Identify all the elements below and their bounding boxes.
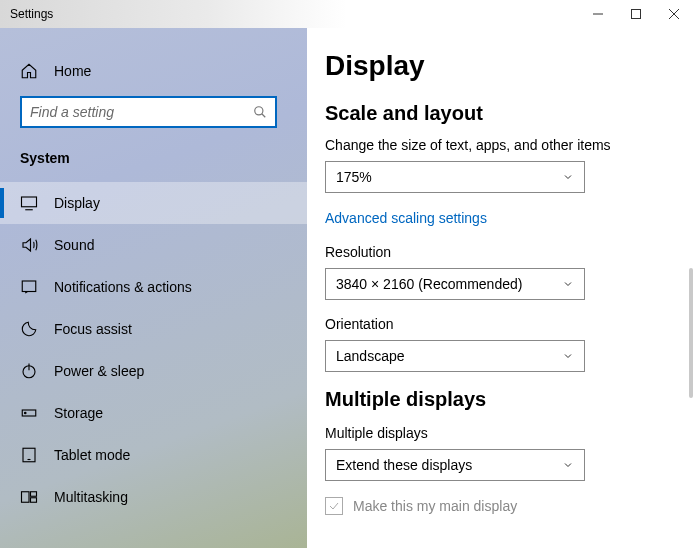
titlebar: Settings — [0, 0, 693, 28]
display-icon — [20, 194, 38, 212]
advanced-scaling-link[interactable]: Advanced scaling settings — [325, 210, 487, 226]
nav-item-notifications[interactable]: Notifications & actions — [0, 266, 307, 308]
search-input[interactable] — [30, 104, 253, 120]
main-display-label: Make this my main display — [353, 498, 517, 514]
chevron-down-icon — [562, 171, 574, 183]
minimize-icon — [593, 9, 603, 19]
svg-rect-8 — [22, 281, 36, 292]
close-icon — [669, 9, 679, 19]
maximize-button[interactable] — [617, 0, 655, 28]
main-display-checkbox — [325, 497, 343, 515]
search-icon — [253, 105, 267, 119]
scrollbar[interactable] — [689, 268, 693, 398]
search-container — [0, 88, 307, 142]
resolution-value: 3840 × 2160 (Recommended) — [336, 276, 522, 292]
scale-select[interactable]: 175% — [325, 161, 585, 193]
scale-label: Change the size of text, apps, and other… — [325, 137, 665, 153]
svg-line-5 — [262, 114, 266, 118]
storage-icon — [20, 404, 38, 422]
chevron-down-icon — [562, 278, 574, 290]
notifications-icon — [20, 278, 38, 296]
nav-item-tablet-mode[interactable]: Tablet mode — [0, 434, 307, 476]
nav-label: Storage — [54, 405, 103, 421]
nav-label: Power & sleep — [54, 363, 144, 379]
orientation-select[interactable]: Landscape — [325, 340, 585, 372]
page-title: Display — [325, 50, 665, 82]
section-multiple-displays: Multiple displays — [325, 388, 665, 411]
resolution-select[interactable]: 3840 × 2160 (Recommended) — [325, 268, 585, 300]
multi-displays-value: Extend these displays — [336, 457, 472, 473]
nav-label: Focus assist — [54, 321, 132, 337]
svg-rect-15 — [22, 492, 30, 503]
power-icon — [20, 362, 38, 380]
svg-rect-16 — [31, 492, 37, 497]
category-heading: System — [0, 142, 307, 174]
maximize-icon — [631, 9, 641, 19]
nav-item-focus-assist[interactable]: Focus assist — [0, 308, 307, 350]
content-pane: Display Scale and layout Change the size… — [307, 28, 693, 548]
focus-assist-icon — [20, 320, 38, 338]
resolution-label: Resolution — [325, 244, 665, 260]
home-nav[interactable]: Home — [0, 54, 307, 88]
svg-point-12 — [25, 412, 27, 414]
window-controls — [579, 0, 693, 28]
check-icon — [328, 500, 340, 512]
window-title: Settings — [10, 7, 53, 21]
nav-label: Sound — [54, 237, 94, 253]
svg-rect-6 — [22, 197, 37, 207]
nav-item-multitasking[interactable]: Multitasking — [0, 476, 307, 518]
close-button[interactable] — [655, 0, 693, 28]
nav-label: Tablet mode — [54, 447, 130, 463]
scale-value: 175% — [336, 169, 372, 185]
nav-item-power-sleep[interactable]: Power & sleep — [0, 350, 307, 392]
tablet-icon — [20, 446, 38, 464]
multitasking-icon — [20, 488, 38, 506]
svg-rect-17 — [31, 498, 37, 503]
nav-item-sound[interactable]: Sound — [0, 224, 307, 266]
nav-item-storage[interactable]: Storage — [0, 392, 307, 434]
orientation-value: Landscape — [336, 348, 405, 364]
main-display-checkbox-row: Make this my main display — [325, 497, 665, 515]
sound-icon — [20, 236, 38, 254]
home-label: Home — [54, 63, 91, 79]
nav-item-display[interactable]: Display — [0, 182, 307, 224]
svg-rect-1 — [632, 10, 641, 19]
section-scale-layout: Scale and layout — [325, 102, 665, 125]
nav-label: Display — [54, 195, 100, 211]
multi-displays-select[interactable]: Extend these displays — [325, 449, 585, 481]
minimize-button[interactable] — [579, 0, 617, 28]
nav-label: Multitasking — [54, 489, 128, 505]
window-body: Home System Display — [0, 28, 693, 548]
chevron-down-icon — [562, 350, 574, 362]
home-icon — [20, 62, 38, 80]
nav-list: Display Sound Notifications & actions — [0, 182, 307, 518]
sidebar: Home System Display — [0, 28, 307, 548]
search-box[interactable] — [20, 96, 277, 128]
multi-displays-label: Multiple displays — [325, 425, 665, 441]
orientation-label: Orientation — [325, 316, 665, 332]
nav-label: Notifications & actions — [54, 279, 192, 295]
chevron-down-icon — [562, 459, 574, 471]
settings-window: Settings Home — [0, 0, 693, 548]
svg-point-4 — [255, 107, 263, 115]
